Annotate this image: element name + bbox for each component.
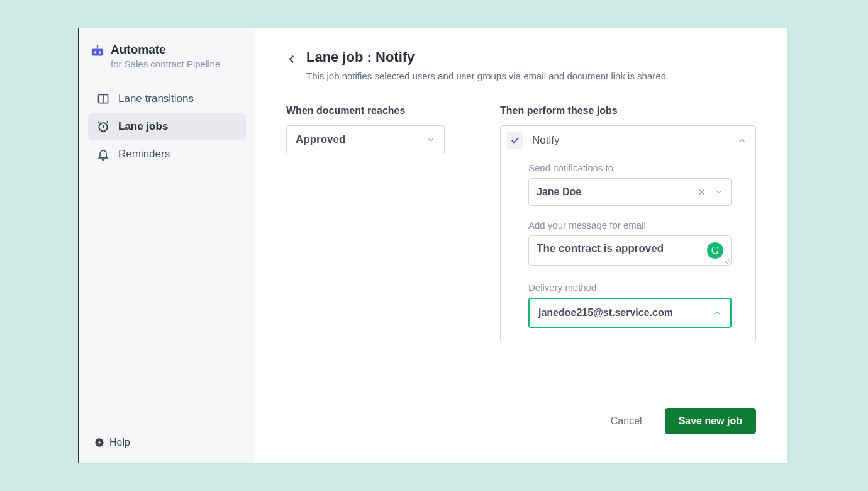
recipient-name: Jane Doe — [537, 186, 581, 198]
page-subtitle: This job notifies selected users and use… — [306, 71, 669, 81]
then-label: Then perform these jobs — [500, 105, 756, 116]
svg-point-1 — [94, 51, 96, 54]
job-header[interactable]: Notify — [501, 126, 755, 155]
job-name: Notify — [532, 134, 738, 147]
when-select[interactable]: Approved — [286, 125, 445, 154]
recipients-label: Send notifications to — [528, 162, 732, 173]
clear-recipient-button[interactable]: ✕ — [698, 186, 706, 198]
brand-title: Automate — [111, 43, 220, 57]
sidebar-item-reminders[interactable]: Reminders — [88, 141, 246, 167]
check-icon — [507, 132, 523, 149]
brand: Automate for Sales contract Pipeline — [88, 43, 246, 69]
sidebar-item-lane-jobs[interactable]: Lane jobs — [88, 113, 246, 140]
brand-subtitle: for Sales contract Pipeline — [111, 59, 220, 69]
app-window: Automate for Sales contract Pipeline Lan… — [78, 28, 787, 463]
jobs-column: Then perform these jobs Notify Send noti… — [500, 105, 756, 342]
job-body: Send notifications to Jane Doe ✕ Add you… — [501, 155, 755, 342]
svg-rect-0 — [92, 49, 103, 56]
robot-icon — [91, 45, 104, 57]
play-circle-icon — [94, 437, 104, 448]
message-value: The contract is approved — [537, 242, 664, 255]
cancel-button[interactable]: Cancel — [611, 415, 642, 427]
back-button[interactable] — [286, 54, 298, 65]
sidebar-item-label: Reminders — [118, 148, 170, 161]
sidebar-item-label: Lane transitions — [118, 93, 194, 105]
svg-point-4 — [97, 45, 99, 47]
resize-handle[interactable] — [724, 258, 730, 264]
svg-line-11 — [727, 261, 730, 264]
grammarly-icon[interactable]: G — [707, 242, 723, 259]
save-new-job-button[interactable]: Save new job — [665, 408, 756, 434]
main-panel: Lane job : Notify This job notifies sele… — [255, 28, 787, 463]
message-label: Add your message for email — [528, 220, 732, 230]
page-title: Lane job : Notify — [306, 49, 669, 65]
columns-icon — [97, 93, 109, 105]
recipients-select[interactable]: Jane Doe ✕ — [528, 178, 732, 206]
clock-icon — [97, 120, 109, 133]
svg-point-2 — [99, 51, 101, 54]
flow-connector — [445, 140, 500, 140]
bell-icon — [97, 148, 109, 161]
sidebar: Automate for Sales contract Pipeline Lan… — [79, 28, 255, 463]
message-textarea[interactable]: The contract is approved G — [528, 235, 732, 266]
svg-line-10 — [725, 259, 730, 264]
delivery-label: Delivery method — [528, 282, 732, 293]
sidebar-item-label: Lane jobs — [118, 120, 168, 133]
chevron-down-icon — [426, 135, 435, 144]
when-value: Approved — [296, 133, 345, 146]
delivery-value: janedoe215@st.service.com — [538, 307, 673, 319]
sidebar-item-lane-transitions[interactable]: Lane transitions — [88, 86, 246, 112]
job-card-notify: Notify Send notifications to Jane Doe ✕ — [500, 125, 756, 342]
flow-row: When document reaches Approved Then perf… — [286, 105, 756, 342]
chevron-down-icon — [715, 188, 723, 196]
page-header: Lane job : Notify This job notifies sele… — [286, 49, 756, 81]
delivery-select[interactable]: janedoe215@st.service.com — [528, 298, 732, 328]
footer-actions: Cancel Save new job — [611, 408, 756, 434]
brand-text: Automate for Sales contract Pipeline — [111, 43, 220, 69]
help-label: Help — [109, 437, 130, 448]
help-link[interactable]: Help — [94, 437, 130, 448]
when-column: When document reaches Approved — [286, 105, 445, 154]
when-label: When document reaches — [286, 105, 445, 116]
chevron-up-icon — [738, 136, 747, 145]
chevron-up-icon — [713, 308, 721, 317]
